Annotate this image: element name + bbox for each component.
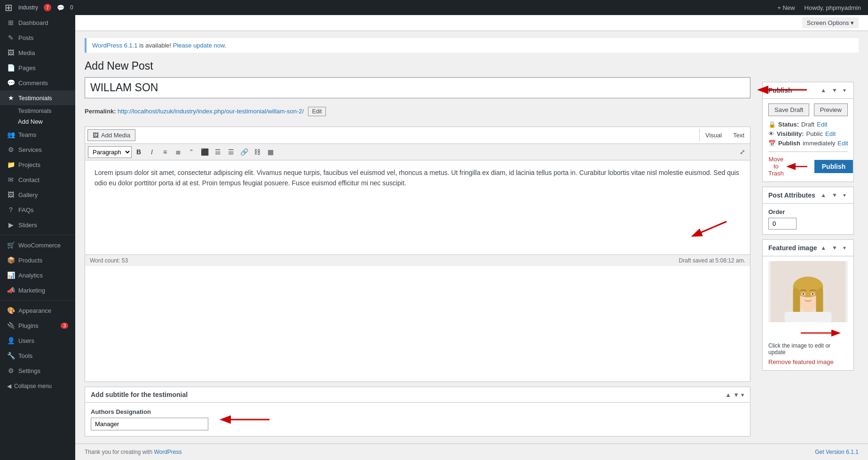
dashboard-icon: ⊞	[7, 19, 15, 26]
visual-tab[interactable]: Visual	[700, 129, 727, 142]
permalink-edit-button[interactable]: Edit	[308, 107, 326, 116]
italic-button[interactable]: I	[146, 146, 158, 158]
visibility-edit-link[interactable]: Edit	[825, 130, 836, 137]
add-media-label: Add Media	[101, 132, 130, 139]
footer-version-link[interactable]: Get Version 6.1.1	[815, 449, 859, 455]
feat-img-toggle[interactable]: ▾	[841, 244, 848, 252]
table-button[interactable]: ▦	[264, 146, 276, 158]
bold-button[interactable]: B	[133, 146, 145, 158]
calendar-icon: 📅	[768, 140, 776, 147]
subtitle-toggle[interactable]: ▾	[741, 391, 744, 398]
post-attr-chevron-up[interactable]: ▲	[819, 191, 828, 199]
preview-button[interactable]: Preview	[814, 103, 848, 116]
expand-toolbar-button[interactable]: ⤢	[738, 146, 747, 158]
sidebar-label-analytics: Analytics	[18, 272, 43, 279]
footer-wp-link[interactable]: WordPress	[154, 449, 181, 455]
update-now-link[interactable]: Please update now.	[173, 42, 226, 49]
publish-timing-edit-link[interactable]: Edit	[837, 140, 848, 147]
post-attr-chevron-down[interactable]: ▼	[830, 191, 839, 199]
footer-thank-you: Thank you for creating with	[85, 449, 154, 455]
add-media-button[interactable]: 🖼 Add Media	[87, 129, 135, 141]
subtitle-collapse-down[interactable]: ▼	[733, 391, 739, 398]
sidebar-item-appearance[interactable]: 🎨 Appearance	[0, 303, 75, 318]
order-input[interactable]	[768, 218, 797, 230]
remove-featured-image-link[interactable]: Remove featured image	[768, 358, 834, 365]
authors-designation-label: Authors Designation	[91, 408, 208, 415]
align-left-button[interactable]: ⬛	[198, 146, 211, 158]
sidebar-label-pages: Pages	[18, 64, 36, 71]
sidebar-item-services[interactable]: ⚙ Services	[0, 142, 75, 157]
featured-image-text: Click the image to edit or update	[768, 342, 848, 356]
order-label: Order	[768, 208, 848, 215]
publish-chevron-up[interactable]: ▲	[819, 86, 828, 95]
gallery-icon: 🖼	[7, 191, 15, 198]
sidebar-item-comments[interactable]: 💬 Comments	[0, 75, 75, 90]
authors-designation-input[interactable]	[91, 418, 208, 430]
sidebar-item-settings[interactable]: ⚙ Settings	[0, 363, 75, 378]
publish-timing-label: Publish	[778, 140, 800, 147]
sidebar-item-gallery[interactable]: 🖼 Gallery	[0, 187, 75, 202]
posts-icon: ✎	[7, 34, 15, 41]
sidebar-item-sliders[interactable]: ▶ Sliders	[0, 217, 75, 232]
feat-img-chevron-down[interactable]: ▼	[830, 244, 839, 252]
align-center-button[interactable]: ☰	[212, 146, 224, 158]
visual-text-tabs: Visual Text	[699, 129, 750, 142]
featured-img-arrow-area	[768, 326, 848, 340]
feat-img-chevron-up[interactable]: ▲	[819, 244, 828, 252]
sidebar-item-posts[interactable]: ✎ Posts	[0, 30, 75, 45]
publish-toggle[interactable]: ▾	[841, 86, 848, 95]
unordered-list-button[interactable]: ≡	[159, 146, 171, 158]
publish-button[interactable]: Publish	[814, 160, 853, 173]
screen-options-button[interactable]: Screen Options ▾	[802, 17, 859, 28]
ordered-list-button[interactable]: ≣	[172, 146, 184, 158]
sidebar-sub-testimonials[interactable]: Testimonials	[0, 105, 75, 116]
sidebar-item-faqs[interactable]: ? FAQs	[0, 202, 75, 217]
sidebar-item-dashboard[interactable]: ⊞ Dashboard	[0, 15, 75, 30]
site-name[interactable]: industry	[18, 4, 38, 11]
sidebar-item-woocommerce[interactable]: 🛒 WooCommerce	[0, 238, 75, 253]
unlink-button[interactable]: ⛓	[251, 146, 263, 158]
sidebar-item-analytics[interactable]: 📊 Analytics	[0, 268, 75, 283]
comments-icon[interactable]: 💬	[57, 4, 64, 11]
featured-image-preview[interactable]	[768, 261, 848, 322]
post-attr-toggle[interactable]: ▾	[841, 191, 848, 199]
sidebar-item-tools[interactable]: 🔧 Tools	[0, 348, 75, 363]
sidebar-item-marketing[interactable]: 📣 Marketing	[0, 283, 75, 298]
sidebar-item-pages[interactable]: 📄 Pages	[0, 60, 75, 75]
sidebar-label-media: Media	[18, 49, 35, 56]
word-count-area: Word count: 53	[90, 257, 128, 264]
wp-version-link[interactable]: WordPress 6.1.1	[92, 42, 138, 49]
publish-chevron-down[interactable]: ▼	[830, 86, 839, 95]
status-edit-link[interactable]: Edit	[817, 121, 827, 128]
sidebar-item-projects[interactable]: 📁 Projects	[0, 157, 75, 172]
sidebar-label-sliders: Sliders	[18, 222, 37, 229]
sidebar-item-media[interactable]: 🖼 Media	[0, 45, 75, 60]
sidebar-item-testimonials[interactable]: ★ Testimonials	[0, 90, 75, 105]
sidebar-item-plugins[interactable]: 🔌 Plugins 3	[0, 318, 75, 333]
subtitle-field-group: Authors Designation	[91, 408, 208, 430]
blockquote-button[interactable]: "	[185, 146, 197, 158]
new-button[interactable]: + New	[777, 4, 795, 11]
collapse-menu-button[interactable]: ◀ Collapse menu	[0, 378, 75, 394]
link-button[interactable]: 🔗	[238, 146, 250, 158]
sidebar-label-posts: Posts	[18, 34, 34, 41]
sidebar-item-contact[interactable]: ✉ Contact	[0, 172, 75, 187]
sidebar-item-users[interactable]: 👤 Users	[0, 333, 75, 348]
text-tab[interactable]: Text	[727, 129, 750, 142]
updates-count[interactable]: 7	[44, 4, 51, 11]
wp-footer: Thank you for creating with WordPress Ge…	[75, 444, 868, 460]
sidebar-label-comments: Comments	[18, 79, 48, 87]
save-draft-button[interactable]: Save Draft	[768, 103, 809, 116]
editor-content[interactable]: Lorem ipsum dolor sit amet, consectetur …	[85, 160, 750, 254]
paragraph-select[interactable]: Paragraph	[88, 146, 132, 158]
sidebar-item-teams[interactable]: 👥 Teams	[0, 127, 75, 142]
sidebar-label-plugins: Plugins	[18, 322, 39, 329]
content-area: WordPress 6.1.1 is available! Please upd…	[75, 31, 868, 444]
sidebar-sub-addnew[interactable]: Add New	[0, 116, 75, 127]
align-right-button[interactable]: ☰	[225, 146, 237, 158]
sidebar-item-products[interactable]: 📦 Products	[0, 253, 75, 268]
subtitle-collapse-up[interactable]: ▲	[725, 391, 731, 398]
permalink-url[interactable]: http://localhost/luzuk/industry/index.ph…	[118, 108, 304, 115]
post-title-input[interactable]	[85, 77, 750, 98]
move-to-trash-button[interactable]: Move to Trash	[768, 156, 784, 177]
